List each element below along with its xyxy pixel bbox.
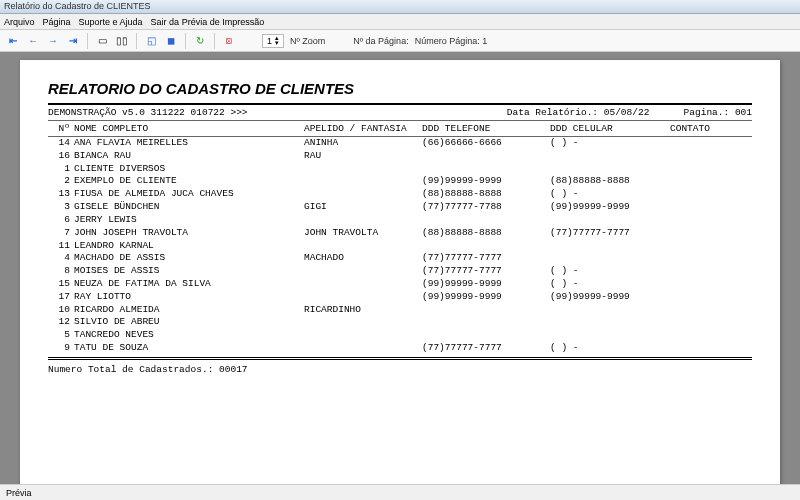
- cell-celular: ( ) -: [550, 278, 670, 291]
- cell-telefone: [422, 329, 550, 342]
- cell-apelido: [304, 278, 422, 291]
- col-header-nome: NOME COMPLETO: [74, 123, 304, 134]
- two-page-view-button[interactable]: ▯▯: [113, 32, 131, 50]
- total-label: Numero Total de Cadastrados.:: [48, 364, 213, 375]
- cell-celular: [550, 163, 670, 176]
- cell-n: 6: [48, 214, 74, 227]
- col-header-n: Nº: [48, 123, 74, 134]
- cell-nome: NEUZA DE FATIMA DA SILVA: [74, 278, 304, 291]
- zoom-stepper[interactable]: 1 ▴▾: [262, 34, 284, 48]
- page-view-button[interactable]: ▭: [93, 32, 111, 50]
- zoom-full-button[interactable]: ◼: [162, 32, 180, 50]
- cell-telefone: (99)99999-9999: [422, 278, 550, 291]
- cell-n: 4: [48, 252, 74, 265]
- cell-telefone: (99)99999-9999: [422, 175, 550, 188]
- table-row: 16BIANCA RAURAU: [48, 150, 752, 163]
- preview-area[interactable]: RELATORIO DO CADASTRO DE CLIENTES DEMONS…: [0, 52, 800, 484]
- cell-contato: [670, 342, 752, 355]
- report-page: 001: [735, 107, 752, 118]
- cell-contato: [670, 278, 752, 291]
- cell-apelido: GIGI: [304, 201, 422, 214]
- table-row: 3GISELE BÜNDCHENGIGI(77)77777-7788(99)99…: [48, 201, 752, 214]
- cell-nome: GISELE BÜNDCHEN: [74, 201, 304, 214]
- cell-telefone: (88)88888-8888: [422, 227, 550, 240]
- cell-n: 2: [48, 175, 74, 188]
- table-row: 12SILVIO DE ABREU: [48, 316, 752, 329]
- cell-contato: [670, 175, 752, 188]
- cell-contato: [670, 265, 752, 278]
- zoom-fit-button[interactable]: ◱: [142, 32, 160, 50]
- report-page: RELATORIO DO CADASTRO DE CLIENTES DEMONS…: [20, 60, 780, 484]
- report-date-label: Data Relatório.:: [507, 107, 598, 118]
- report-column-headers: Nº NOME COMPLETO APELIDO / FANTASIA DDD …: [48, 121, 752, 137]
- report-date-block: Data Relatório.: 05/08/22 Pagina.: 001: [507, 107, 752, 118]
- cell-telefone: (77)77777-7777: [422, 265, 550, 278]
- cell-nome: RICARDO ALMEIDA: [74, 304, 304, 317]
- zoom-value: 1: [267, 36, 272, 46]
- refresh-button[interactable]: ↻: [191, 32, 209, 50]
- cell-n: 9: [48, 342, 74, 355]
- cell-nome: MOISES DE ASSIS: [74, 265, 304, 278]
- close-preview-button[interactable]: ⦻: [220, 32, 238, 50]
- menu-arquivo[interactable]: Arquivo: [4, 17, 35, 27]
- cell-celular: (99)99999-9999: [550, 201, 670, 214]
- cell-contato: [670, 214, 752, 227]
- cell-n: 14: [48, 137, 74, 150]
- cell-nome: RAY LIOTTO: [74, 291, 304, 304]
- cell-nome: BIANCA RAU: [74, 150, 304, 163]
- cell-contato: [670, 252, 752, 265]
- prev-page-button[interactable]: ←: [24, 32, 42, 50]
- first-page-button[interactable]: ⇤: [4, 32, 22, 50]
- cell-n: 7: [48, 227, 74, 240]
- cell-n: 17: [48, 291, 74, 304]
- cell-apelido: [304, 175, 422, 188]
- cell-telefone: [422, 150, 550, 163]
- table-row: 8MOISES DE ASSIS(77)77777-7777( ) -: [48, 265, 752, 278]
- cell-apelido: RAU: [304, 150, 422, 163]
- report-version: DEMONSTRAÇÃO v5.0 311222 010722 >>>: [48, 107, 248, 118]
- cell-apelido: ANINHA: [304, 137, 422, 150]
- cell-celular: ( ) -: [550, 265, 670, 278]
- table-row: 13FIUSA DE ALMEIDA JUCA CHAVES(88)88888-…: [48, 188, 752, 201]
- menu-pagina[interactable]: Página: [43, 17, 71, 27]
- cell-apelido: [304, 214, 422, 227]
- cell-nome: JERRY LEWIS: [74, 214, 304, 227]
- cell-celular: [550, 150, 670, 163]
- toolbar-separator: [87, 33, 88, 49]
- cell-n: 5: [48, 329, 74, 342]
- cell-nome: TANCREDO NEVES: [74, 329, 304, 342]
- cell-apelido: [304, 342, 422, 355]
- cell-telefone: (77)77777-7777: [422, 252, 550, 265]
- cell-telefone: [422, 214, 550, 227]
- window-titlebar: Relatório do Cadastro de CLIENTES: [0, 0, 800, 14]
- cell-contato: [670, 188, 752, 201]
- cell-nome: CLIENTE DIVERSOS: [74, 163, 304, 176]
- cell-contato: [670, 137, 752, 150]
- cell-telefone: (99)99999-9999: [422, 291, 550, 304]
- col-header-celular: DDD CELULAR: [550, 123, 670, 134]
- report-title: RELATORIO DO CADASTRO DE CLIENTES: [48, 80, 752, 97]
- cell-n: 12: [48, 316, 74, 329]
- report-rows: 14ANA FLAVIA MEIRELLESANINHA(66)66666-66…: [48, 137, 752, 355]
- cell-apelido: RICARDINHO: [304, 304, 422, 317]
- table-row: 15NEUZA DE FATIMA DA SILVA(99)99999-9999…: [48, 278, 752, 291]
- cell-contato: [670, 240, 752, 253]
- menu-sair[interactable]: Sair da Prévia de Impressão: [151, 17, 265, 27]
- cell-n: 1: [48, 163, 74, 176]
- table-row: 4MACHADO DE ASSISMACHADO(77)77777-7777: [48, 252, 752, 265]
- table-row: 17RAY LIOTTO(99)99999-9999(99)99999-9999: [48, 291, 752, 304]
- menubar: Arquivo Página Suporte e Ajuda Sair da P…: [0, 14, 800, 30]
- toolbar: ⇤ ← → ⇥ ▭ ▯▯ ◱ ◼ ↻ ⦻ 1 ▴▾ Nº Zoom Nº da …: [0, 30, 800, 52]
- table-row: 9TATU DE SOUZA(77)77777-7777( ) -: [48, 342, 752, 355]
- last-page-button[interactable]: ⇥: [64, 32, 82, 50]
- cell-contato: [670, 304, 752, 317]
- menu-suporte[interactable]: Suporte e Ajuda: [79, 17, 143, 27]
- cell-n: 3: [48, 201, 74, 214]
- table-row: 7JOHN JOSEPH TRAVOLTAJOHN TRAVOLTA(88)88…: [48, 227, 752, 240]
- cell-nome: JOHN JOSEPH TRAVOLTA: [74, 227, 304, 240]
- cell-telefone: [422, 316, 550, 329]
- cell-contato: [670, 329, 752, 342]
- next-page-button[interactable]: →: [44, 32, 62, 50]
- cell-apelido: [304, 329, 422, 342]
- cell-celular: ( ) -: [550, 137, 670, 150]
